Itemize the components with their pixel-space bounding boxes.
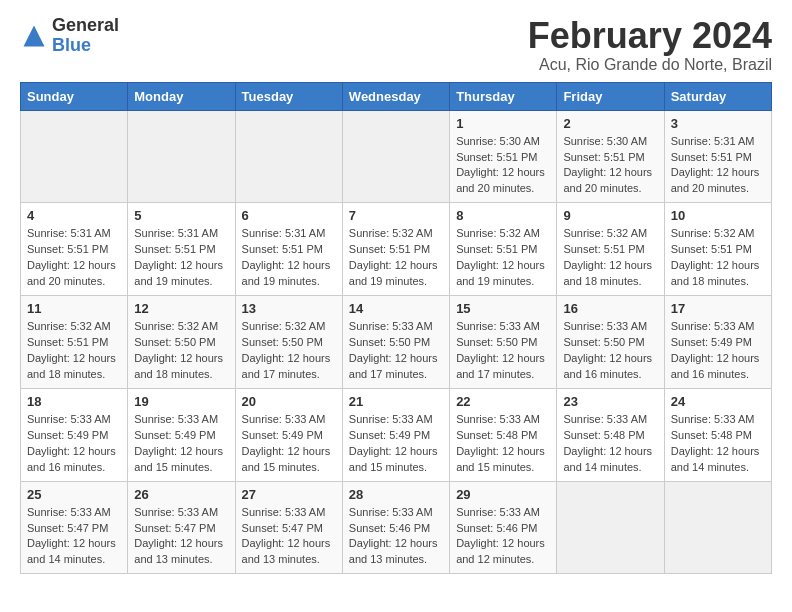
day-number: 3 (671, 116, 765, 131)
day-cell (557, 481, 664, 574)
day-info: Sunrise: 5:33 AMSunset: 5:49 PMDaylight:… (134, 412, 228, 476)
day-cell: 28Sunrise: 5:33 AMSunset: 5:46 PMDayligh… (342, 481, 449, 574)
day-info: Sunrise: 5:30 AMSunset: 5:51 PMDaylight:… (563, 134, 657, 198)
day-cell: 5Sunrise: 5:31 AMSunset: 5:51 PMDaylight… (128, 203, 235, 296)
day-info: Sunrise: 5:32 AMSunset: 5:50 PMDaylight:… (242, 319, 336, 383)
day-cell: 26Sunrise: 5:33 AMSunset: 5:47 PMDayligh… (128, 481, 235, 574)
calendar-header: SundayMondayTuesdayWednesdayThursdayFrid… (21, 82, 772, 110)
day-info: Sunrise: 5:33 AMSunset: 5:50 PMDaylight:… (563, 319, 657, 383)
day-info: Sunrise: 5:33 AMSunset: 5:46 PMDaylight:… (456, 505, 550, 569)
day-number: 23 (563, 394, 657, 409)
logo-icon (20, 22, 48, 50)
day-cell: 16Sunrise: 5:33 AMSunset: 5:50 PMDayligh… (557, 296, 664, 389)
day-number: 29 (456, 487, 550, 502)
day-cell (235, 110, 342, 203)
header-cell-sunday: Sunday (21, 82, 128, 110)
day-cell: 12Sunrise: 5:32 AMSunset: 5:50 PMDayligh… (128, 296, 235, 389)
logo: General Blue (20, 16, 119, 56)
day-cell: 22Sunrise: 5:33 AMSunset: 5:48 PMDayligh… (450, 388, 557, 481)
week-row-4: 18Sunrise: 5:33 AMSunset: 5:49 PMDayligh… (21, 388, 772, 481)
calendar-table: SundayMondayTuesdayWednesdayThursdayFrid… (20, 82, 772, 575)
day-info: Sunrise: 5:33 AMSunset: 5:47 PMDaylight:… (242, 505, 336, 569)
day-number: 5 (134, 208, 228, 223)
day-info: Sunrise: 5:30 AMSunset: 5:51 PMDaylight:… (456, 134, 550, 198)
day-cell: 8Sunrise: 5:32 AMSunset: 5:51 PMDaylight… (450, 203, 557, 296)
day-cell: 29Sunrise: 5:33 AMSunset: 5:46 PMDayligh… (450, 481, 557, 574)
svg-marker-0 (24, 25, 45, 46)
day-number: 28 (349, 487, 443, 502)
page-header: General Blue February 2024 Acu, Rio Gran… (20, 16, 772, 74)
day-cell: 6Sunrise: 5:31 AMSunset: 5:51 PMDaylight… (235, 203, 342, 296)
day-info: Sunrise: 5:33 AMSunset: 5:48 PMDaylight:… (563, 412, 657, 476)
day-info: Sunrise: 5:33 AMSunset: 5:47 PMDaylight:… (27, 505, 121, 569)
day-info: Sunrise: 5:31 AMSunset: 5:51 PMDaylight:… (27, 226, 121, 290)
day-cell: 3Sunrise: 5:31 AMSunset: 5:51 PMDaylight… (664, 110, 771, 203)
day-number: 2 (563, 116, 657, 131)
day-info: Sunrise: 5:33 AMSunset: 5:49 PMDaylight:… (27, 412, 121, 476)
day-number: 6 (242, 208, 336, 223)
header-cell-saturday: Saturday (664, 82, 771, 110)
day-cell (342, 110, 449, 203)
day-cell: 7Sunrise: 5:32 AMSunset: 5:51 PMDaylight… (342, 203, 449, 296)
day-info: Sunrise: 5:32 AMSunset: 5:51 PMDaylight:… (563, 226, 657, 290)
day-cell: 4Sunrise: 5:31 AMSunset: 5:51 PMDaylight… (21, 203, 128, 296)
week-row-3: 11Sunrise: 5:32 AMSunset: 5:51 PMDayligh… (21, 296, 772, 389)
day-number: 24 (671, 394, 765, 409)
month-title: February 2024 (528, 16, 772, 56)
day-number: 20 (242, 394, 336, 409)
day-info: Sunrise: 5:33 AMSunset: 5:47 PMDaylight:… (134, 505, 228, 569)
week-row-1: 1Sunrise: 5:30 AMSunset: 5:51 PMDaylight… (21, 110, 772, 203)
header-cell-tuesday: Tuesday (235, 82, 342, 110)
day-cell: 2Sunrise: 5:30 AMSunset: 5:51 PMDaylight… (557, 110, 664, 203)
day-number: 16 (563, 301, 657, 316)
day-cell: 19Sunrise: 5:33 AMSunset: 5:49 PMDayligh… (128, 388, 235, 481)
logo-text: General Blue (52, 16, 119, 56)
day-number: 19 (134, 394, 228, 409)
day-number: 22 (456, 394, 550, 409)
day-number: 26 (134, 487, 228, 502)
day-number: 10 (671, 208, 765, 223)
day-cell: 23Sunrise: 5:33 AMSunset: 5:48 PMDayligh… (557, 388, 664, 481)
calendar-body: 1Sunrise: 5:30 AMSunset: 5:51 PMDaylight… (21, 110, 772, 574)
day-info: Sunrise: 5:32 AMSunset: 5:51 PMDaylight:… (27, 319, 121, 383)
day-number: 11 (27, 301, 121, 316)
day-info: Sunrise: 5:33 AMSunset: 5:48 PMDaylight:… (456, 412, 550, 476)
day-number: 17 (671, 301, 765, 316)
day-cell: 24Sunrise: 5:33 AMSunset: 5:48 PMDayligh… (664, 388, 771, 481)
day-cell (21, 110, 128, 203)
week-row-2: 4Sunrise: 5:31 AMSunset: 5:51 PMDaylight… (21, 203, 772, 296)
day-cell (664, 481, 771, 574)
day-info: Sunrise: 5:33 AMSunset: 5:50 PMDaylight:… (456, 319, 550, 383)
day-number: 25 (27, 487, 121, 502)
location: Acu, Rio Grande do Norte, Brazil (528, 56, 772, 74)
day-info: Sunrise: 5:31 AMSunset: 5:51 PMDaylight:… (134, 226, 228, 290)
day-number: 14 (349, 301, 443, 316)
header-cell-monday: Monday (128, 82, 235, 110)
header-cell-friday: Friday (557, 82, 664, 110)
header-cell-wednesday: Wednesday (342, 82, 449, 110)
day-cell: 27Sunrise: 5:33 AMSunset: 5:47 PMDayligh… (235, 481, 342, 574)
day-info: Sunrise: 5:32 AMSunset: 5:50 PMDaylight:… (134, 319, 228, 383)
header-row: SundayMondayTuesdayWednesdayThursdayFrid… (21, 82, 772, 110)
day-info: Sunrise: 5:31 AMSunset: 5:51 PMDaylight:… (671, 134, 765, 198)
day-number: 21 (349, 394, 443, 409)
day-cell: 11Sunrise: 5:32 AMSunset: 5:51 PMDayligh… (21, 296, 128, 389)
day-info: Sunrise: 5:33 AMSunset: 5:49 PMDaylight:… (242, 412, 336, 476)
logo-blue: Blue (52, 36, 119, 56)
day-info: Sunrise: 5:32 AMSunset: 5:51 PMDaylight:… (671, 226, 765, 290)
day-cell: 18Sunrise: 5:33 AMSunset: 5:49 PMDayligh… (21, 388, 128, 481)
day-cell: 14Sunrise: 5:33 AMSunset: 5:50 PMDayligh… (342, 296, 449, 389)
day-number: 7 (349, 208, 443, 223)
day-cell (128, 110, 235, 203)
day-number: 4 (27, 208, 121, 223)
day-number: 9 (563, 208, 657, 223)
day-info: Sunrise: 5:32 AMSunset: 5:51 PMDaylight:… (349, 226, 443, 290)
day-cell: 1Sunrise: 5:30 AMSunset: 5:51 PMDaylight… (450, 110, 557, 203)
day-cell: 15Sunrise: 5:33 AMSunset: 5:50 PMDayligh… (450, 296, 557, 389)
day-cell: 21Sunrise: 5:33 AMSunset: 5:49 PMDayligh… (342, 388, 449, 481)
day-number: 12 (134, 301, 228, 316)
day-info: Sunrise: 5:33 AMSunset: 5:48 PMDaylight:… (671, 412, 765, 476)
day-cell: 9Sunrise: 5:32 AMSunset: 5:51 PMDaylight… (557, 203, 664, 296)
day-cell: 25Sunrise: 5:33 AMSunset: 5:47 PMDayligh… (21, 481, 128, 574)
day-number: 8 (456, 208, 550, 223)
